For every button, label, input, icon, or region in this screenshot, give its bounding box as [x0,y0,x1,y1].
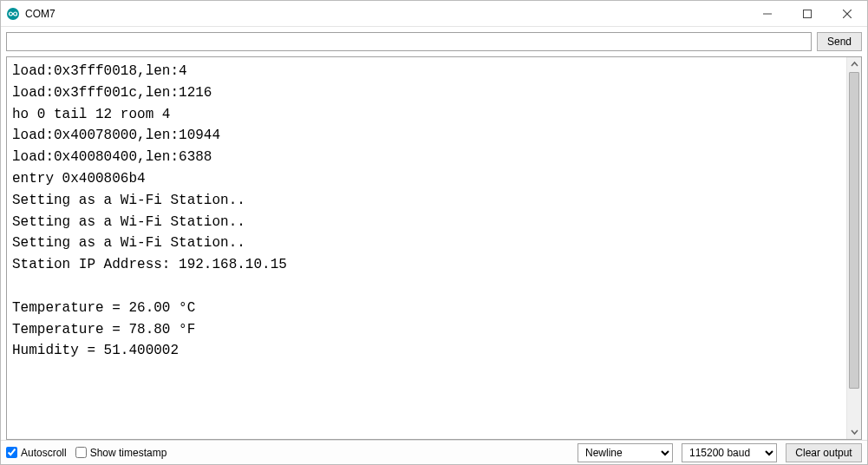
arduino-icon [6,7,20,21]
send-button[interactable]: Send [817,32,862,51]
scroll-track[interactable] [847,72,861,424]
autoscroll-label: Autoscroll [21,447,67,459]
minimize-button[interactable] [747,1,787,27]
autoscroll-checkbox[interactable] [6,447,17,458]
scroll-down-icon[interactable] [847,424,861,439]
command-input[interactable] [6,32,812,51]
line-ending-select[interactable]: Newline [578,443,673,462]
close-button[interactable] [827,1,867,27]
scroll-thumb[interactable] [849,72,859,389]
window-title: COM7 [25,8,747,20]
maximize-button[interactable] [787,1,827,27]
baud-select[interactable]: 115200 baud [682,443,777,462]
titlebar: COM7 [1,1,867,27]
window-controls [747,1,867,27]
svg-rect-2 [804,10,812,17]
console-output: load:0x3fff0018,len:4 load:0x3fff001c,le… [7,57,846,439]
console-wrap: load:0x3fff0018,len:4 load:0x3fff001c,le… [6,56,862,440]
timestamp-label: Show timestamp [90,447,167,459]
command-row: Send [1,27,867,56]
scroll-up-icon[interactable] [847,57,861,72]
bottombar: Autoscroll Show timestamp Newline 115200… [1,440,867,464]
timestamp-checkbox[interactable] [75,447,87,458]
scrollbar[interactable] [846,57,861,439]
timestamp-check[interactable]: Show timestamp [75,447,167,459]
autoscroll-check[interactable]: Autoscroll [6,447,67,459]
clear-output-button[interactable]: Clear output [786,443,862,462]
